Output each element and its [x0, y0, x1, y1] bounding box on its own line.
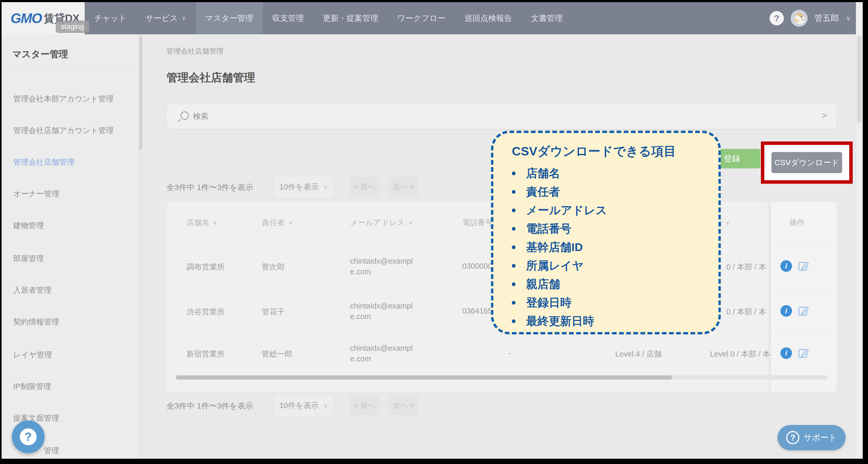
cell-manager: 菅次郎 — [262, 262, 285, 272]
logo-gmo-text: GMO — [10, 10, 42, 26]
nav-tab-services[interactable]: サービス∨ — [136, 2, 196, 34]
callout-item: 店舗名 — [512, 164, 607, 183]
csv-annotation-callout: CSVダウンロードできる項目 店舗名 責任者 メールアドレス 電話番号 基幹店舗… — [491, 130, 721, 335]
cell-layer: Level.4 / 店舗 — [615, 349, 662, 359]
sidebar-scrollbar-thumb[interactable] — [139, 36, 142, 149]
sidebar-item-partially-hidden[interactable]: 管理 — [44, 445, 59, 456]
actions-sticky-column — [771, 202, 837, 392]
nav-tab-chat[interactable]: チャット — [85, 2, 136, 34]
sidebar-item-building[interactable]: 建物管理 — [13, 221, 44, 231]
search-icon — [181, 111, 189, 120]
callout-item: 責任者 — [512, 183, 607, 201]
avatar[interactable] — [791, 10, 808, 27]
callout-item: 所属レイヤ — [512, 257, 607, 275]
nav-tab-master[interactable]: マスター管理 — [196, 2, 263, 34]
prev-page-button-top[interactable]: < 前へ — [350, 177, 379, 197]
prev-page-button-bottom[interactable]: < 前へ — [350, 395, 379, 415]
next-page-button-top[interactable]: 次へ > — [389, 177, 418, 197]
sidebar-item-hq-accounts[interactable]: 管理会社本部アカウント管理 — [13, 94, 114, 104]
callout-item: 登録日時 — [512, 293, 607, 312]
page-title: 管理会社店舗管理 — [166, 70, 255, 85]
nav-tab-inspection[interactable]: 巡回点検報告 — [455, 2, 521, 34]
support-label: サポート — [804, 432, 837, 443]
breadcrumb[interactable]: 管理会社店舗管理 — [166, 47, 223, 56]
avatar-dog-illustration — [791, 10, 808, 27]
callout-item: 親店舗 — [512, 275, 607, 293]
sort-arrow-icon: ▼ — [213, 221, 218, 226]
sidebar-item-store-management[interactable]: 管理会社店舗管理 — [13, 157, 74, 168]
page-size-select-bottom[interactable]: 10件を表示 ∨ — [273, 394, 334, 417]
table-horizontal-scrollbar-thumb[interactable] — [176, 375, 672, 380]
cell-manager: 菅総一郎 — [262, 349, 292, 359]
callout-title: CSVダウンロードできる項目 — [512, 143, 676, 160]
cell-store: 調布営業所 — [187, 262, 225, 272]
pagination-summary-top: 全3件中 1件〜3件を表示 — [166, 182, 253, 193]
environment-badge: staging — [56, 21, 89, 33]
cell-email: chintaidx@example.com — [350, 301, 417, 322]
page-size-select-top[interactable]: 10件を表示 ∨ — [273, 176, 334, 199]
nav-tab-workflow[interactable]: ワークフロー — [388, 2, 455, 34]
nav-tab-renewal[interactable]: 更新・提案管理 — [313, 2, 388, 34]
sort-arrow-icon: ▼ — [288, 221, 293, 226]
nav-tab-balance[interactable]: 収支管理 — [263, 2, 313, 34]
sidebar-item-proposal-text[interactable]: 提案文面管理 — [13, 413, 59, 424]
top-nav: GMO 賃貸DX チャット サービス∨ マスター管理 収支管理 更新・提案管理 … — [2, 2, 863, 34]
user-name[interactable]: 管五郎 — [814, 13, 839, 24]
app-window: GMO 賃貸DX チャット サービス∨ マスター管理 収支管理 更新・提案管理 … — [2, 2, 863, 459]
info-icon[interactable]: i — [780, 260, 792, 272]
cell-store: 渋谷営業所 — [187, 307, 225, 317]
info-icon[interactable]: i — [780, 305, 792, 317]
callout-list: 店舗名 責任者 メールアドレス 電話番号 基幹店舗ID 所属レイヤ 親店舗 登録… — [512, 164, 607, 330]
cell-parent-store: 0 / 本部 / 本 — [726, 307, 771, 317]
support-help-icon: ? — [786, 431, 799, 444]
edit-icon[interactable] — [798, 260, 809, 273]
page-scrollbar[interactable] — [856, 2, 863, 459]
callout-item: メールアドレス — [512, 201, 607, 220]
search-placeholder: 検索 — [193, 111, 209, 122]
page-scrollbar-thumb[interactable] — [857, 36, 862, 123]
cell-parent-store: Level.0 / 本部 / 本 — [710, 349, 771, 359]
nav-user-cluster: ? 管五郎 ∨ — [770, 2, 851, 34]
sidebar-item-ip-restriction[interactable]: IP制限管理 — [13, 381, 51, 392]
edit-icon[interactable] — [798, 305, 809, 318]
next-page-button-bottom[interactable]: 次へ > — [389, 395, 418, 415]
info-icon[interactable]: i — [780, 347, 792, 359]
column-header-store[interactable]: 店舗名▼ — [187, 218, 218, 228]
column-header-manager[interactable]: 責任者▼ — [262, 218, 293, 228]
search-bar[interactable]: 検索 > — [166, 104, 837, 129]
sidebar: マスター管理 管理会社本部アカウント管理 管理会社店舗アカウント管理 管理会社店… — [2, 34, 143, 459]
callout-item: 最終更新日時 — [512, 312, 607, 330]
sidebar-item-owner[interactable]: オーナー管理 — [13, 189, 59, 199]
sidebar-item-store-accounts[interactable]: 管理会社店舗アカウント管理 — [13, 125, 114, 136]
sort-arrow-icon: ▼ — [725, 221, 730, 226]
sidebar-item-resident[interactable]: 入居者管理 — [13, 285, 52, 296]
cell-manager: 管花子 — [262, 307, 285, 317]
cell-phone: - — [508, 349, 511, 358]
sort-arrow-icon: ▼ — [408, 221, 413, 226]
sidebar-item-layer[interactable]: レイヤ管理 — [13, 350, 52, 360]
table-horizontal-scrollbar[interactable] — [176, 375, 828, 380]
support-button[interactable]: ? サポート — [777, 425, 845, 450]
sidebar-scrollbar[interactable] — [138, 34, 143, 459]
help-fab[interactable]: ? — [12, 420, 44, 453]
chevron-right-icon: > — [822, 110, 827, 121]
cell-parent-store: 0 / 本部 / 本 — [726, 262, 771, 272]
edit-icon[interactable] — [798, 347, 809, 360]
pagination-summary-bottom: 全3件中 1件〜3件を表示 — [166, 401, 253, 411]
column-header-email[interactable]: メールアドレス▼ — [350, 218, 413, 228]
sidebar-item-room[interactable]: 部屋管理 — [13, 253, 44, 264]
csv-download-button[interactable]: CSVダウンロード — [771, 152, 842, 173]
csv-button-highlight: CSVダウンロード — [761, 142, 853, 184]
nav-tab-documents[interactable]: 文書管理 — [521, 2, 572, 34]
callout-item: 基幹店舗ID — [512, 238, 607, 257]
chevron-down-icon: ∨ — [182, 14, 186, 22]
help-icon[interactable]: ? — [770, 11, 784, 25]
cell-email: chintaidx@example.com — [350, 256, 417, 277]
callout-item: 電話番号 — [512, 220, 607, 238]
cell-email: chintaidx@example.com — [350, 343, 417, 364]
nav-bar: チャット サービス∨ マスター管理 収支管理 更新・提案管理 ワークフロー 巡回… — [85, 2, 856, 34]
column-header-actions: 操作 — [789, 218, 805, 228]
user-menu-chevron-icon[interactable]: ∨ — [846, 14, 851, 23]
sidebar-item-contract[interactable]: 契約情報管理 — [13, 317, 59, 327]
chevron-down-icon: ∨ — [323, 184, 328, 191]
